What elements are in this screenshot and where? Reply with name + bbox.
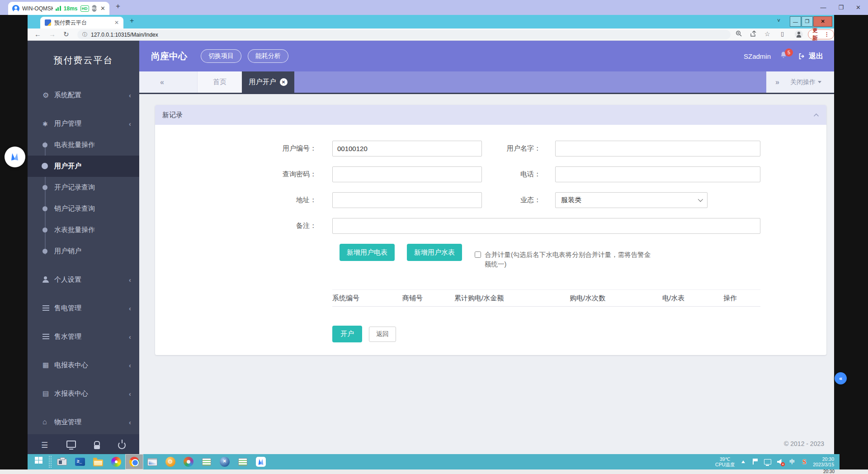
business-type-select[interactable]: 服装类 [555,192,708,208]
tab-home[interactable]: 首页 [197,71,242,93]
chevron-down-icon[interactable]: ˅ [777,18,780,24]
energy-analysis-button[interactable]: 能耗分析 [248,49,288,63]
collapse-chevron-icon[interactable] [813,113,819,117]
browser-new-tab-button[interactable]: + [130,17,134,25]
zoom-icon[interactable] [736,30,742,39]
sidebar-item-user-close-account[interactable]: 用户销户 [28,241,139,262]
address-bar[interactable]: ⓘ 127.0.0.1:10315/Main/Index [77,30,731,39]
tabs-scroll-right-icon[interactable]: » [775,78,779,86]
tabs-scroll-left-icon[interactable]: « [160,78,164,86]
todesk-side-toolbar-toggle[interactable]: « [835,372,847,384]
chevron-left-icon: ‹ [129,361,131,369]
merge-metering-checkbox[interactable] [475,251,481,258]
taskbar-chrome-icon[interactable] [125,454,143,469]
taskbar-start-icon[interactable] [29,454,47,469]
site-info-icon[interactable]: ⓘ [82,31,87,38]
sidebar-item-meter-batch-ops[interactable]: 电表批量操作 [28,134,139,156]
table-header: 商铺号 [402,294,454,303]
sidebar-item-user-open-account[interactable]: 用户开户 [28,156,139,177]
taskbar-hardware-tools-icon[interactable] [216,454,234,469]
sidebar-item-electric-report-center[interactable]: 电报表中心‹ [28,354,139,376]
todesk-logo-icon [9,152,20,162]
todesk-close-button[interactable]: ✕ [856,4,861,11]
phone-input[interactable] [555,166,760,182]
forward-icon[interactable]: → [49,30,56,38]
address-input[interactable] [332,192,482,208]
powershell-icon [75,458,85,466]
chevron-left-icon: ‹ [129,390,131,398]
lock-icon[interactable] [94,441,100,449]
query-password-input[interactable] [332,166,482,182]
bookmark-star-icon[interactable]: ☆ [764,30,770,38]
browser-tab[interactable]: 预付费云平台 ✕ [40,17,123,28]
taskbar-media-player-icon[interactable] [107,454,125,469]
sidebar-item-water-meter-batch-ops[interactable]: 水表批量操作 [28,219,139,241]
todesk-maximize-button[interactable]: ❐ [838,4,844,11]
remote-window-minimize-button[interactable]: — [790,16,801,27]
reload-icon[interactable]: ↻ [63,30,69,38]
chrome-update-button[interactable]: 更新 [808,29,834,39]
taskbar-powershell-icon[interactable] [71,454,89,469]
taskbar-report-app-icon[interactable] [198,454,216,469]
switch-project-button[interactable]: 切换项目 [201,49,241,63]
todesk-new-tab-button[interactable]: + [116,2,120,11]
sidebar-item-water-sales[interactable]: 售水管理‹ [28,326,139,347]
hidden-icons-icon[interactable] [740,458,747,465]
volume-muted-icon[interactable] [776,458,783,465]
taskbar-settings-gear-app-icon[interactable] [161,454,179,469]
pc-manager-icon [57,459,67,465]
sidebar-bottom-toolbar [28,434,139,456]
sidebar-item-electricity-sales[interactable]: 售电管理‹ [28,297,139,319]
back-icon[interactable]: ← [34,30,41,38]
taskbar-report-app2-icon[interactable] [234,454,252,469]
flag-icon[interactable] [752,458,759,465]
todesk-minimize-button[interactable]: — [820,4,826,11]
add-user-water-meter-button[interactable]: 新增用户水表 [407,244,462,261]
sidebar-item-user-management[interactable]: 用户管理‹ [28,113,139,134]
remark-input[interactable] [332,218,760,234]
open-account-button[interactable]: 开户 [332,326,362,342]
host-taskbar-strip: 20:30 [0,469,868,474]
sidebar-item-close-account-records[interactable]: 销户记录查询 [28,198,139,219]
performance-monitor-icon [147,458,157,466]
remote-window-restore-button[interactable]: ❐ [802,16,813,27]
sidebar-item-property-management[interactable]: 物业管理‹ [28,411,139,433]
logout-button[interactable]: 退出 [798,52,823,61]
monitor-icon[interactable] [66,441,76,450]
browser-tab-strip: 预付费云平台 ✕ + ˅ — ❐ ✕ [28,15,834,28]
user-name-input[interactable] [555,141,760,156]
sidebar-item-open-account-records[interactable]: 开户记录查询 [28,177,139,198]
taskbar-pc-manager-icon[interactable] [53,454,71,469]
share-icon[interactable] [750,30,757,39]
close-operations-dropdown[interactable]: 关闭操作 [790,78,821,86]
profile-avatar[interactable] [795,30,803,38]
sidebar-item-water-report-center[interactable]: 水报表中心‹ [28,383,139,404]
tab-close-icon[interactable]: ✕ [114,19,119,26]
network-status-icon[interactable] [764,458,771,465]
sogou-icon[interactable] [801,458,808,465]
side-panel-icon[interactable]: ▯ [781,30,784,37]
sidebar-item-system-config[interactable]: 系统配置‹ [28,84,139,106]
taskbar-todesk-icon[interactable] [252,454,270,469]
ime-icon[interactable] [788,458,796,465]
remote-window-close-button[interactable]: ✕ [813,16,832,27]
power-icon[interactable] [118,441,126,449]
add-user-electric-meter-button[interactable]: 新增用户电表 [340,244,395,261]
taskbar-file-explorer-icon[interactable] [89,454,107,469]
notification-bell-icon[interactable]: 5 [779,51,790,62]
back-button[interactable]: 返回 [369,327,396,342]
tab-close-icon[interactable]: ✕ [280,78,288,86]
collapse-menu-icon[interactable] [41,441,48,450]
user-name-label: 用户名字： [482,144,541,153]
tab-user-open-account[interactable]: 用户开户 ✕ [242,71,294,93]
todesk-session-tab[interactable]: WIN-OQMSK21... 18ms HD RU ✕ [8,2,109,15]
taskbar-network-app-icon[interactable] [179,454,198,469]
page-content: 新记录 用户编号： 用户名字： 查询密码： 电话： [139,95,834,456]
user-no-input[interactable] [332,141,482,156]
sidebar-item-personal-settings[interactable]: 个人设置‹ [28,269,139,290]
hd-quality-badge[interactable]: HD [80,5,89,12]
taskbar-performance-monitor-icon[interactable] [143,454,161,469]
session-close-icon[interactable]: ✕ [100,5,105,12]
todesk-floating-ball[interactable] [5,147,25,167]
taskbar-clock[interactable]: 20:30 2023/3/15 [813,456,834,467]
